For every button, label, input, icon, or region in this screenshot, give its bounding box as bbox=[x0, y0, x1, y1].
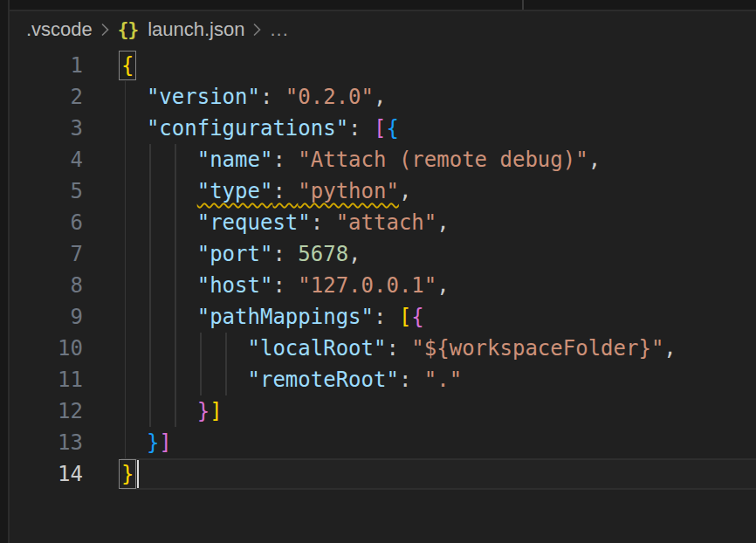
vscode-editor-window: .vscode {} launch.json ... 1{2 "version"… bbox=[0, 0, 756, 543]
indent-guide bbox=[175, 395, 176, 427]
line-number[interactable]: 14 bbox=[0, 458, 83, 490]
breadcrumb: .vscode {} launch.json ... bbox=[26, 13, 289, 46]
indent-guide bbox=[200, 364, 202, 395]
indent-guide bbox=[125, 427, 127, 458]
code-line[interactable]: 1{ bbox=[0, 50, 756, 81]
indent-guide bbox=[125, 270, 127, 301]
code-line-text[interactable]: "host": "127.0.0.1", bbox=[121, 270, 756, 301]
line-number[interactable]: 4 bbox=[0, 144, 83, 175]
code-line[interactable]: 13 }] bbox=[0, 427, 756, 458]
indent-guide bbox=[149, 238, 151, 270]
indent-guide bbox=[175, 364, 176, 395]
bracket-match: { bbox=[121, 53, 134, 78]
indent-guide bbox=[225, 364, 227, 395]
indent-guide bbox=[125, 113, 127, 144]
line-number[interactable]: 13 bbox=[0, 427, 83, 458]
breadcrumb-item-folder[interactable]: .vscode bbox=[26, 18, 93, 41]
code-line-text[interactable]: "pathMappings": [{ bbox=[121, 301, 756, 333]
code-line[interactable]: 10 "localRoot": "${workspaceFolder}", bbox=[0, 333, 756, 364]
indent-guide bbox=[175, 144, 176, 175]
line-number[interactable]: 6 bbox=[0, 207, 83, 238]
line-number[interactable]: 1 bbox=[0, 50, 83, 81]
code-line-text[interactable]: { bbox=[121, 50, 756, 81]
code-line-text[interactable]: "configurations": [{ bbox=[121, 113, 756, 144]
breadcrumb-item-file[interactable]: launch.json bbox=[148, 18, 244, 41]
indent-guide bbox=[125, 81, 127, 113]
code-line[interactable]: 7 "port": 5678, bbox=[0, 238, 756, 270]
indent-guide bbox=[149, 333, 151, 364]
code-line-text[interactable]: "version": "0.2.0", bbox=[121, 81, 756, 113]
text-cursor bbox=[137, 460, 140, 488]
indent-guide bbox=[149, 144, 151, 175]
line-number[interactable]: 3 bbox=[0, 113, 83, 144]
line-number[interactable]: 11 bbox=[0, 364, 83, 395]
bracket-match: } bbox=[121, 462, 134, 486]
indent-guide bbox=[125, 364, 127, 395]
chevron-right-icon bbox=[253, 23, 261, 37]
code-line[interactable]: 2 "version": "0.2.0", bbox=[0, 81, 756, 113]
indent-guide bbox=[175, 175, 176, 207]
indent-guide bbox=[149, 207, 151, 238]
indent-guide bbox=[175, 238, 176, 270]
indent-guide bbox=[125, 301, 127, 333]
indent-guide bbox=[125, 333, 127, 364]
code-line[interactable]: 8 "host": "127.0.0.1", bbox=[0, 270, 756, 301]
code-line-text[interactable]: "port": 5678, bbox=[121, 238, 756, 270]
code-line[interactable]: 11 "remoteRoot": "." bbox=[0, 364, 756, 395]
code-line[interactable]: 14} bbox=[0, 458, 756, 490]
code-line[interactable]: 6 "request": "attach", bbox=[0, 207, 756, 238]
indent-guide bbox=[175, 207, 176, 238]
code-line-text[interactable]: "name": "Attach (remote debug)", bbox=[121, 144, 756, 175]
indent-guide bbox=[225, 333, 227, 364]
indent-guide bbox=[149, 364, 151, 395]
json-braces-icon: {} bbox=[118, 19, 138, 40]
code-line-text[interactable]: "localRoot": "${workspaceFolder}", bbox=[121, 333, 756, 364]
code-editor[interactable]: 1{2 "version": "0.2.0",3 "configurations… bbox=[0, 50, 756, 490]
code-line-text[interactable]: "remoteRoot": "." bbox=[121, 364, 756, 395]
code-line-text[interactable]: "type": "python", bbox=[121, 175, 756, 207]
line-number[interactable]: 2 bbox=[0, 81, 83, 113]
line-number[interactable]: 10 bbox=[0, 333, 83, 364]
indent-guide bbox=[175, 301, 176, 333]
indent-guide bbox=[175, 333, 176, 364]
indent-guide bbox=[149, 301, 151, 333]
chevron-right-icon bbox=[101, 23, 109, 37]
indent-guide bbox=[125, 175, 127, 207]
indent-guide bbox=[200, 333, 202, 364]
code-line-text[interactable]: } bbox=[121, 458, 756, 490]
indent-guide bbox=[125, 238, 127, 270]
tab-separator bbox=[522, 0, 524, 10]
code-line[interactable]: 4 "name": "Attach (remote debug)", bbox=[0, 144, 756, 175]
indent-guide bbox=[149, 270, 151, 301]
indent-guide bbox=[175, 270, 176, 301]
indent-guide bbox=[125, 207, 127, 238]
code-line-text[interactable]: }] bbox=[121, 395, 756, 427]
indent-guide bbox=[149, 395, 151, 427]
tab-bar-edge bbox=[0, 0, 756, 11]
line-number[interactable]: 8 bbox=[0, 270, 83, 301]
line-number[interactable]: 9 bbox=[0, 301, 83, 333]
line-number[interactable]: 12 bbox=[0, 395, 83, 427]
indent-guide bbox=[125, 144, 127, 175]
indent-guide bbox=[149, 175, 151, 207]
code-line[interactable]: 12 }] bbox=[0, 395, 756, 427]
line-number[interactable]: 7 bbox=[0, 238, 83, 270]
line-number[interactable]: 5 bbox=[0, 175, 83, 207]
code-line[interactable]: 5 "type": "python", bbox=[0, 175, 756, 207]
code-line-text[interactable]: }] bbox=[121, 427, 756, 458]
code-line-text[interactable]: "request": "attach", bbox=[121, 207, 756, 238]
code-line[interactable]: 3 "configurations": [{ bbox=[0, 113, 756, 144]
code-line[interactable]: 9 "pathMappings": [{ bbox=[0, 301, 756, 333]
breadcrumb-item-symbols[interactable]: ... bbox=[270, 18, 288, 41]
indent-guide bbox=[125, 395, 127, 427]
warning-squiggle: "type": "python" bbox=[197, 179, 399, 203]
